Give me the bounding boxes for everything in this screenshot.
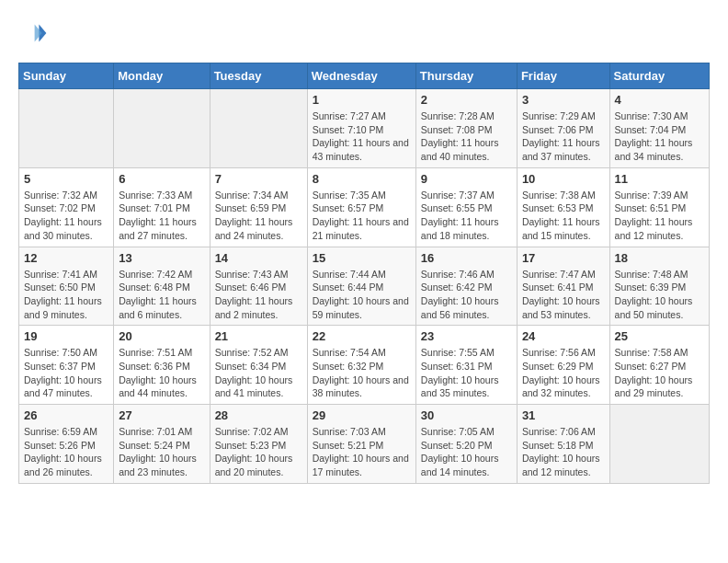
day-info: Sunrise: 7:01 AM Sunset: 5:24 PM Dayligh… [119, 425, 204, 479]
day-info: Sunrise: 7:32 AM Sunset: 7:02 PM Dayligh… [24, 189, 108, 243]
day-number: 13 [119, 251, 204, 265]
days-header-row: SundayMondayTuesdayWednesdayThursdayFrid… [19, 63, 710, 89]
day-number: 16 [421, 251, 512, 265]
day-info: Sunrise: 7:56 AM Sunset: 6:29 PM Dayligh… [522, 346, 605, 400]
day-info: Sunrise: 7:44 AM Sunset: 6:44 PM Dayligh… [313, 268, 411, 322]
day-info: Sunrise: 7:55 AM Sunset: 6:31 PM Dayligh… [421, 346, 512, 400]
week-row-1: 1Sunrise: 7:27 AM Sunset: 7:10 PM Daylig… [19, 89, 710, 168]
day-number: 1 [313, 93, 411, 107]
calendar-cell: 26Sunrise: 6:59 AM Sunset: 5:26 PM Dayli… [19, 405, 114, 484]
day-header-monday: Monday [114, 63, 210, 89]
day-info: Sunrise: 7:58 AM Sunset: 6:27 PM Dayligh… [615, 346, 704, 400]
calendar-cell: 11Sunrise: 7:39 AM Sunset: 6:51 PM Dayli… [609, 167, 709, 247]
calendar-cell [19, 89, 114, 168]
day-info: Sunrise: 7:06 AM Sunset: 5:18 PM Dayligh… [522, 425, 605, 479]
calendar-cell: 25Sunrise: 7:58 AM Sunset: 6:27 PM Dayli… [609, 326, 709, 405]
day-number: 20 [119, 329, 204, 343]
day-info: Sunrise: 7:05 AM Sunset: 5:20 PM Dayligh… [421, 425, 512, 479]
calendar-cell: 10Sunrise: 7:38 AM Sunset: 6:53 PM Dayli… [517, 167, 609, 247]
day-number: 3 [522, 93, 605, 107]
calendar-cell: 9Sunrise: 7:37 AM Sunset: 6:55 PM Daylig… [415, 167, 517, 247]
calendar-cell: 18Sunrise: 7:48 AM Sunset: 6:39 PM Dayli… [609, 247, 709, 326]
calendar-cell: 16Sunrise: 7:46 AM Sunset: 6:42 PM Dayli… [415, 247, 517, 326]
day-number: 21 [215, 329, 302, 343]
calendar-cell: 12Sunrise: 7:41 AM Sunset: 6:50 PM Dayli… [19, 247, 114, 326]
day-header-friday: Friday [517, 63, 609, 89]
calendar-cell: 27Sunrise: 7:01 AM Sunset: 5:24 PM Dayli… [114, 405, 210, 484]
calendar-cell: 5Sunrise: 7:32 AM Sunset: 7:02 PM Daylig… [19, 167, 114, 247]
calendar-cell: 31Sunrise: 7:06 AM Sunset: 5:18 PM Dayli… [517, 405, 609, 484]
day-number: 28 [215, 408, 302, 422]
calendar-cell: 28Sunrise: 7:02 AM Sunset: 5:23 PM Dayli… [210, 405, 307, 484]
day-info: Sunrise: 7:50 AM Sunset: 6:37 PM Dayligh… [24, 346, 108, 400]
calendar-cell: 15Sunrise: 7:44 AM Sunset: 6:44 PM Dayli… [307, 247, 415, 326]
day-info: Sunrise: 7:51 AM Sunset: 6:36 PM Dayligh… [119, 346, 204, 400]
logo-icon [18, 18, 48, 48]
calendar-cell: 29Sunrise: 7:03 AM Sunset: 5:21 PM Dayli… [307, 405, 415, 484]
day-number: 23 [421, 329, 512, 343]
day-number: 19 [24, 329, 108, 343]
day-info: Sunrise: 7:47 AM Sunset: 6:41 PM Dayligh… [522, 268, 605, 322]
calendar-cell: 2Sunrise: 7:28 AM Sunset: 7:08 PM Daylig… [415, 89, 517, 168]
calendar-cell: 8Sunrise: 7:35 AM Sunset: 6:57 PM Daylig… [307, 167, 415, 247]
day-number: 6 [119, 172, 204, 186]
week-row-3: 12Sunrise: 7:41 AM Sunset: 6:50 PM Dayli… [19, 247, 710, 326]
week-row-4: 19Sunrise: 7:50 AM Sunset: 6:37 PM Dayli… [19, 326, 710, 405]
day-info: Sunrise: 7:03 AM Sunset: 5:21 PM Dayligh… [313, 425, 411, 479]
calendar-cell: 30Sunrise: 7:05 AM Sunset: 5:20 PM Dayli… [415, 405, 517, 484]
day-info: Sunrise: 7:30 AM Sunset: 7:04 PM Dayligh… [615, 109, 704, 164]
week-row-5: 26Sunrise: 6:59 AM Sunset: 5:26 PM Dayli… [19, 405, 710, 484]
day-number: 4 [615, 93, 704, 107]
calendar-cell: 4Sunrise: 7:30 AM Sunset: 7:04 PM Daylig… [609, 89, 709, 168]
day-number: 11 [615, 172, 704, 186]
day-info: Sunrise: 7:27 AM Sunset: 7:10 PM Dayligh… [313, 109, 411, 164]
calendar-cell [609, 405, 709, 484]
day-info: Sunrise: 7:42 AM Sunset: 6:48 PM Dayligh… [119, 268, 204, 322]
day-number: 2 [421, 93, 512, 107]
calendar-cell: 21Sunrise: 7:52 AM Sunset: 6:34 PM Dayli… [210, 326, 307, 405]
day-number: 25 [615, 329, 704, 343]
logo [18, 18, 51, 48]
day-info: Sunrise: 7:52 AM Sunset: 6:34 PM Dayligh… [215, 346, 302, 400]
day-number: 31 [522, 408, 605, 422]
day-header-saturday: Saturday [609, 63, 709, 89]
day-number: 15 [313, 251, 411, 265]
day-number: 30 [421, 408, 512, 422]
day-header-thursday: Thursday [415, 63, 517, 89]
calendar-cell: 24Sunrise: 7:56 AM Sunset: 6:29 PM Dayli… [517, 326, 609, 405]
day-number: 24 [522, 329, 605, 343]
calendar-cell: 3Sunrise: 7:29 AM Sunset: 7:06 PM Daylig… [517, 89, 609, 168]
day-info: Sunrise: 7:29 AM Sunset: 7:06 PM Dayligh… [522, 109, 605, 164]
calendar-cell [114, 89, 210, 168]
calendar-cell: 20Sunrise: 7:51 AM Sunset: 6:36 PM Dayli… [114, 326, 210, 405]
day-header-tuesday: Tuesday [210, 63, 307, 89]
day-info: Sunrise: 7:33 AM Sunset: 7:01 PM Dayligh… [119, 189, 204, 243]
day-info: Sunrise: 7:54 AM Sunset: 6:32 PM Dayligh… [313, 346, 411, 400]
day-info: Sunrise: 7:39 AM Sunset: 6:51 PM Dayligh… [615, 189, 704, 243]
day-info: Sunrise: 7:37 AM Sunset: 6:55 PM Dayligh… [421, 189, 512, 243]
day-header-wednesday: Wednesday [307, 63, 415, 89]
day-header-sunday: Sunday [19, 63, 114, 89]
day-number: 17 [522, 251, 605, 265]
day-number: 5 [24, 172, 108, 186]
calendar-cell: 6Sunrise: 7:33 AM Sunset: 7:01 PM Daylig… [114, 167, 210, 247]
calendar-cell: 7Sunrise: 7:34 AM Sunset: 6:59 PM Daylig… [210, 167, 307, 247]
calendar-cell: 23Sunrise: 7:55 AM Sunset: 6:31 PM Dayli… [415, 326, 517, 405]
day-info: Sunrise: 6:59 AM Sunset: 5:26 PM Dayligh… [24, 425, 108, 479]
day-number: 8 [313, 172, 411, 186]
day-number: 10 [522, 172, 605, 186]
day-number: 29 [313, 408, 411, 422]
day-number: 12 [24, 251, 108, 265]
calendar-cell: 13Sunrise: 7:42 AM Sunset: 6:48 PM Dayli… [114, 247, 210, 326]
calendar-table: SundayMondayTuesdayWednesdayThursdayFrid… [18, 63, 710, 484]
day-number: 9 [421, 172, 512, 186]
calendar-cell: 19Sunrise: 7:50 AM Sunset: 6:37 PM Dayli… [19, 326, 114, 405]
calendar-cell: 22Sunrise: 7:54 AM Sunset: 6:32 PM Dayli… [307, 326, 415, 405]
day-info: Sunrise: 7:43 AM Sunset: 6:46 PM Dayligh… [215, 268, 302, 322]
day-number: 22 [313, 329, 411, 343]
day-info: Sunrise: 7:34 AM Sunset: 6:59 PM Dayligh… [215, 189, 302, 243]
day-info: Sunrise: 7:02 AM Sunset: 5:23 PM Dayligh… [215, 425, 302, 479]
day-number: 14 [215, 251, 302, 265]
day-info: Sunrise: 7:46 AM Sunset: 6:42 PM Dayligh… [421, 268, 512, 322]
week-row-2: 5Sunrise: 7:32 AM Sunset: 7:02 PM Daylig… [19, 167, 710, 247]
